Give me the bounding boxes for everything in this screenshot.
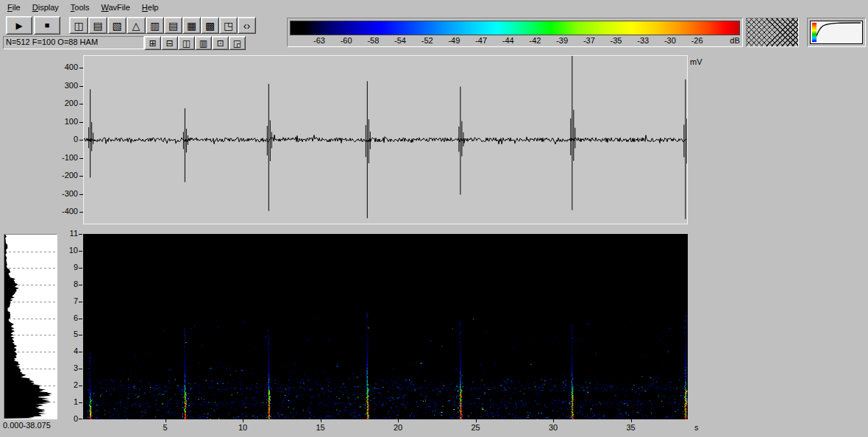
tick-mark bbox=[79, 68, 83, 68]
time-range-label: 0.000-38.075 bbox=[3, 421, 51, 430]
color-scale-panel: -63-60-58-54-52-49-47-44-42-39-37-35-33-… bbox=[287, 18, 743, 47]
scale-button[interactable]: △ bbox=[127, 17, 146, 34]
tick-mark bbox=[321, 419, 321, 422]
scale-db-label: -52 bbox=[421, 36, 433, 45]
waveform-panel bbox=[83, 55, 688, 224]
printer-button[interactable]: ▩ bbox=[201, 17, 219, 34]
tick-mark bbox=[79, 251, 82, 252]
color-scale-labels: -63-60-58-54-52-49-47-44-42-39-37-35-33-… bbox=[290, 36, 740, 45]
tick-mark bbox=[79, 158, 83, 159]
waveform-unit-label: mV bbox=[690, 57, 702, 66]
tick-mark bbox=[79, 234, 82, 235]
transfer-curve-icon bbox=[811, 21, 862, 43]
menu-item-display[interactable]: Display bbox=[26, 1, 65, 14]
waveform-ytick-label: -100 bbox=[50, 153, 78, 163]
palette-curve-panel bbox=[807, 18, 866, 47]
tick-mark bbox=[79, 369, 82, 369]
tick-mark bbox=[79, 402, 82, 403]
waveform-ytick-label: -300 bbox=[50, 189, 78, 199]
tick-mark bbox=[79, 352, 82, 352]
scale-db-label: -42 bbox=[530, 36, 541, 45]
play-button[interactable]: ▶ bbox=[6, 16, 32, 35]
scale-db-label: -47 bbox=[475, 36, 487, 45]
tick-mark bbox=[79, 285, 82, 285]
scale-db-label: -63 bbox=[313, 36, 325, 45]
zoom-select-button[interactable]: ▧ bbox=[107, 17, 127, 34]
tick-mark bbox=[79, 335, 82, 335]
stop-button[interactable]: ■ bbox=[34, 16, 60, 35]
tick-mark bbox=[79, 122, 83, 123]
menu-item-tools[interactable]: Tools bbox=[65, 1, 96, 14]
open-file-button[interactable]: ◳ bbox=[219, 17, 238, 34]
spectrogram-ytick-label: 6 bbox=[62, 313, 78, 323]
save-icon: ▤ bbox=[93, 21, 102, 31]
palette-curve-box bbox=[810, 21, 863, 44]
tick-mark bbox=[476, 419, 477, 422]
spectrogram-ytick-label: 2 bbox=[62, 380, 78, 390]
menu-item-wavfile[interactable]: WavFile bbox=[96, 1, 136, 14]
layout-grid-button[interactable]: ▥ bbox=[195, 36, 212, 50]
view-spectrogram-icon: ▥ bbox=[150, 21, 160, 31]
layout-single-icon: ⊡ bbox=[216, 39, 224, 48]
layout-rows-button[interactable]: ⊟ bbox=[161, 36, 178, 50]
layout-quad-icon: ⊞ bbox=[149, 39, 156, 48]
edit-button[interactable]: ◲ bbox=[229, 36, 246, 50]
layout-split-icon: ◫ bbox=[182, 39, 191, 48]
scale-db-label: -44 bbox=[502, 36, 514, 45]
spectrogram-xtick-label: 20 bbox=[388, 423, 408, 433]
copy-button[interactable]: ◫ bbox=[69, 17, 88, 34]
tick-mark bbox=[243, 419, 243, 422]
layout-single-button[interactable]: ⊡ bbox=[212, 36, 229, 50]
spectrogram-ytick-label: 10 bbox=[62, 246, 78, 255]
menu-item-help[interactable]: Help bbox=[136, 1, 165, 14]
spectrogram-xtick-label: 35 bbox=[621, 423, 641, 433]
layout-rows-icon: ⊟ bbox=[166, 39, 173, 48]
tick-mark bbox=[79, 302, 82, 302]
waveform-ytick-label: 0 bbox=[50, 135, 78, 144]
layout-split-button[interactable]: ◫ bbox=[178, 36, 195, 50]
view-waveform-button[interactable]: ▤ bbox=[164, 17, 182, 34]
waveform-ytick-label: 300 bbox=[50, 81, 78, 90]
waveform-ytick-label: 200 bbox=[50, 99, 78, 108]
analysis-settings-field[interactable]: N=512 F=100 O=88 HAM bbox=[3, 36, 144, 49]
stop-icon: ■ bbox=[45, 21, 50, 29]
save-button[interactable]: ▤ bbox=[88, 17, 107, 34]
tick-mark bbox=[166, 419, 166, 422]
scale-db-label: -58 bbox=[367, 36, 379, 45]
waveform-plot[interactable] bbox=[84, 56, 687, 224]
hatch-pattern-panel bbox=[746, 18, 799, 47]
spectrogram-ytick-label: 3 bbox=[62, 363, 78, 373]
tick-mark bbox=[79, 419, 82, 419]
tick-mark bbox=[79, 104, 83, 104]
open-file-icon: ◳ bbox=[224, 21, 233, 31]
scroll-arrows-button[interactable]: ‹› bbox=[238, 17, 256, 34]
spectrogram-xtick-label: 30 bbox=[543, 423, 563, 433]
tick-mark bbox=[553, 419, 554, 422]
tick-mark bbox=[631, 419, 632, 422]
waveform-ytick-label: -200 bbox=[50, 171, 78, 180]
spectrogram-plot[interactable] bbox=[83, 234, 688, 419]
copy-icon: ◫ bbox=[74, 21, 83, 31]
spectrogram-ytick-label: 4 bbox=[62, 347, 78, 356]
view-spectrogram-button[interactable]: ▥ bbox=[146, 17, 164, 34]
view-combined-button[interactable]: ▦ bbox=[182, 17, 201, 34]
tick-mark bbox=[79, 194, 83, 195]
average-spectrum-plot bbox=[4, 235, 57, 419]
waveform-ytick-label: -400 bbox=[50, 207, 78, 216]
tick-mark bbox=[79, 268, 82, 269]
tick-mark bbox=[79, 140, 83, 141]
tick-mark bbox=[79, 212, 83, 213]
scale-db-label: -33 bbox=[637, 36, 649, 45]
spectrogram-app-window: FileDisplayToolsWavFileHelp ▶ ■ ◫▤▧△ ▥▤▦… bbox=[0, 0, 868, 437]
waveform-ytick-label: 100 bbox=[50, 117, 78, 127]
menu-item-file[interactable]: File bbox=[1, 1, 26, 14]
spectrogram-xtick-label: 25 bbox=[466, 423, 486, 433]
spectrogram-ytick-label: 0 bbox=[62, 414, 78, 424]
scale-db-label: -60 bbox=[341, 36, 352, 45]
layout-quad-button[interactable]: ⊞ bbox=[144, 36, 161, 50]
spectrogram-unit-label: s bbox=[694, 423, 699, 432]
scale-db-label: -39 bbox=[556, 36, 568, 45]
view-combined-icon: ▦ bbox=[187, 21, 196, 31]
view-waveform-icon: ▤ bbox=[168, 21, 178, 31]
tick-mark bbox=[79, 176, 83, 177]
